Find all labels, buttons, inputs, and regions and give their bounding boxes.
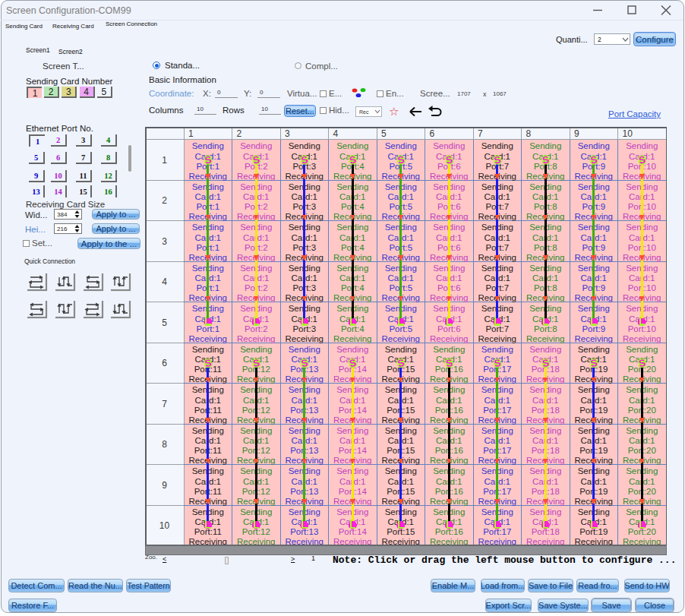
svg-text:7: 7 (162, 398, 167, 409)
svg-text:Receiving: Receiving (333, 333, 372, 343)
svg-text:2: 2 (162, 195, 167, 206)
svg-text:Receiving: Receiving (285, 333, 324, 343)
svg-text:Receiving: Receiving (188, 333, 227, 343)
svg-text:Sending: Sending (240, 141, 272, 150)
svg-text:Sending: Sending (577, 141, 609, 150)
svg-text:Sending: Sending (336, 141, 368, 150)
svg-text:Sending: Sending (288, 344, 320, 353)
svg-text:4: 4 (333, 128, 338, 138)
svg-text:Sending: Sending (433, 344, 465, 353)
svg-text:8: 8 (526, 128, 531, 138)
svg-text:3: 3 (285, 128, 290, 138)
svg-text:5: 5 (381, 128, 387, 138)
svg-text:Sending: Sending (240, 344, 272, 353)
svg-text:Receiving: Receiving (430, 333, 469, 343)
svg-text:4: 4 (162, 276, 167, 287)
svg-text:Sending: Sending (288, 141, 320, 150)
svg-text:Sending: Sending (529, 141, 561, 150)
svg-text:Receiving: Receiving (237, 333, 276, 343)
svg-text:Sending: Sending (481, 344, 513, 353)
svg-text:7: 7 (478, 128, 483, 138)
svg-text:2: 2 (236, 128, 241, 138)
svg-text:10: 10 (622, 128, 633, 138)
svg-text:10: 10 (159, 520, 169, 531)
svg-text:Receiving: Receiving (526, 333, 565, 343)
svg-text:Receiving: Receiving (381, 333, 420, 343)
svg-text:Sending: Sending (577, 344, 609, 353)
svg-text:Sending: Sending (384, 344, 416, 353)
svg-text:6: 6 (429, 128, 434, 138)
svg-text:Sending: Sending (529, 344, 561, 353)
svg-text:3: 3 (162, 235, 167, 246)
svg-text:9: 9 (574, 128, 579, 138)
svg-text:1: 1 (162, 154, 167, 165)
svg-text:Sending: Sending (384, 141, 416, 150)
svg-text:1: 1 (188, 128, 194, 138)
svg-text:Sending: Sending (336, 344, 368, 353)
svg-text:Sending: Sending (481, 141, 513, 150)
svg-text:Receiving: Receiving (478, 333, 516, 343)
svg-text:Receiving: Receiving (623, 333, 661, 343)
svg-text:Sending: Sending (191, 141, 223, 150)
svg-text:Sending: Sending (626, 344, 658, 353)
svg-text:Sending: Sending (191, 344, 223, 353)
svg-text:Receiving: Receiving (574, 333, 613, 343)
svg-text:Sending: Sending (433, 141, 465, 150)
svg-text:5: 5 (162, 317, 167, 327)
svg-text:8: 8 (162, 439, 167, 450)
svg-text:6: 6 (162, 358, 167, 368)
svg-text:9: 9 (162, 479, 167, 490)
svg-text:Sending: Sending (626, 141, 658, 150)
